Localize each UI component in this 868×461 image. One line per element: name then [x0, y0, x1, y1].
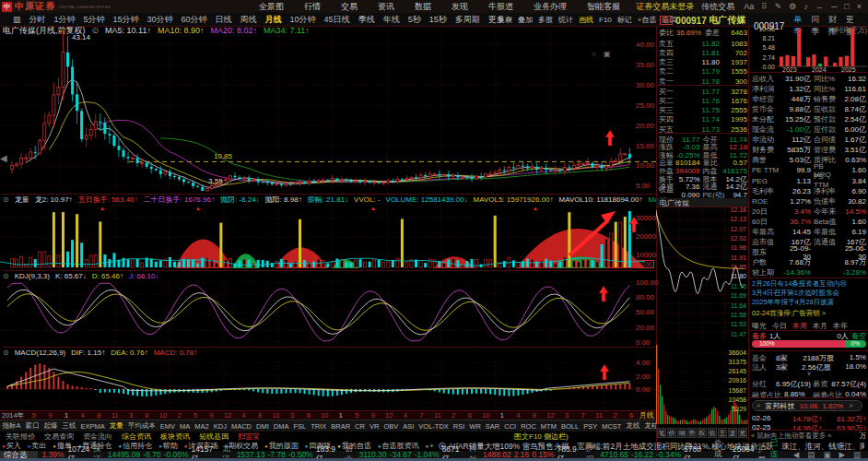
titlebar-icon[interactable]: ⚙ [789, 2, 796, 11]
period-tab-15分钟[interactable]: 15分钟 [113, 14, 139, 26]
indicator-PSY[interactable]: PSY [583, 422, 597, 431]
tool-标记[interactable]: 标记 [617, 15, 632, 25]
tool-复权[interactable]: 复权 [498, 15, 512, 25]
period-tab-5分钟[interactable]: 5分钟 [84, 14, 105, 26]
news-line[interactable]: 2月26日有14条投资者互动内容 [752, 279, 866, 289]
indicator-指标A[interactable]: 指标A [3, 421, 21, 431]
period-tab-10分钟[interactable]: 10分钟 [290, 14, 316, 26]
ask-row[interactable]: 卖四11.81702 [659, 48, 747, 57]
login-status[interactable]: 证券交易未登录 [636, 1, 694, 13]
period-tab-5秒[interactable]: 5秒 [408, 14, 421, 26]
titlebar-icon[interactable]: ← [815, 2, 824, 11]
ask-row[interactable]: 卖一11.78300 [659, 77, 747, 86]
indicator-VR[interactable]: VR [369, 422, 379, 431]
menu-item-行情[interactable]: 行情 [304, 1, 321, 13]
stock-search[interactable]: ⌕富邦科技10.061.62%⌕ [752, 400, 862, 411]
indicator-龙柱[interactable]: 龙柱 [644, 421, 656, 431]
indicator-窗口[interactable]: 窗口 [26, 421, 40, 431]
menu-item-全景图[interactable]: 全景图 [259, 1, 284, 13]
menu-item-资讯[interactable]: 资讯 [378, 1, 394, 13]
titlebar-icon[interactable]: ✎ [775, 2, 782, 11]
tool-+自选[interactable]: +自选 [638, 15, 657, 25]
menu-item-智能客服[interactable]: 智能客服 [587, 1, 620, 13]
scroll-left-arrow[interactable]: ◀ [0, 153, 7, 163]
indicator-MTM[interactable]: MTM [541, 422, 557, 431]
quick-交易查询[interactable]: 交易查询 [44, 431, 74, 442]
period-tab-周线[interactable]: 周线 [240, 14, 257, 26]
indicator-CR[interactable]: CR [355, 422, 365, 431]
bid-row[interactable]: 买四11.741995 [659, 115, 747, 124]
status-tab[interactable]: 综合选股⧉ ✕ [0, 451, 38, 458]
indicator-龙量[interactable]: 龙量 [110, 421, 123, 431]
menu-item-牛股道[interactable]: 牛股道 [488, 1, 513, 13]
titlebar-icon[interactable]: ♪ [803, 2, 808, 11]
indicator-三线[interactable]: 三线 [63, 421, 76, 431]
indicator-DMA[interactable]: DMA [274, 422, 289, 431]
indicator-VOL-TDX[interactable]: VOL-TDX [418, 422, 449, 431]
quick-扫雷宝[interactable]: 扫雷宝 [238, 431, 260, 442]
titlebar-icon[interactable]: × [857, 2, 862, 11]
quick-短线基因[interactable]: 短线基因 [199, 431, 229, 442]
trade-mode-button[interactable]: 传统交易 [701, 1, 734, 13]
ask-row[interactable]: 卖二11.791555 [659, 67, 747, 77]
indicator-FSL[interactable]: FSL [293, 422, 306, 431]
indicator-BRAR[interactable]: BRAR [331, 422, 350, 431]
bid-row[interactable]: 买三11.752555 [659, 106, 747, 115]
marker-icon[interactable]: ⊙ [3, 272, 9, 280]
quick-资金流向[interactable]: 资金流向 [83, 431, 112, 442]
marker-icon[interactable]: ⊙ [3, 195, 9, 204]
indicator-TRIX[interactable]: TRIX [311, 422, 326, 431]
period-tab-年线[interactable]: 年线 [383, 14, 400, 26]
quick-综合资讯[interactable]: 综合资讯 [122, 431, 151, 442]
marker-icon[interactable]: ⊙ [3, 349, 9, 357]
indicator-MACD[interactable]: MACD [231, 422, 252, 431]
indicator-ROC[interactable]: ROC [521, 422, 536, 431]
tool-叠加[interactable]: 叠加 [518, 15, 533, 25]
indicator-RSI[interactable]: RSI [453, 422, 465, 431]
indicator-MCST[interactable]: MCST [602, 422, 621, 431]
titlebar-icon[interactable]: □ [844, 2, 849, 11]
chart-mini-controls[interactable]: ○ ▣ [592, 50, 614, 58]
titlebar-icon[interactable]: ─ [831, 2, 837, 11]
tool-多股[interactable]: 多股 [538, 15, 553, 25]
indicator-WR[interactable]: WR [469, 422, 481, 431]
period-tab-30分钟[interactable]: 30分钟 [147, 14, 173, 26]
indicator-EMV[interactable]: EMV [160, 422, 175, 431]
quick-关联报价[interactable]: 关联报价 [6, 431, 35, 442]
period-tab-60分钟[interactable]: 60分钟 [182, 14, 207, 26]
indicator-起爆[interactable]: 起爆 [44, 421, 58, 431]
titlebar-icon[interactable]: Aa [744, 2, 754, 11]
indicator-SAR[interactable]: SAR [486, 422, 499, 431]
titlebar-icon[interactable]: ⠿ [761, 2, 768, 11]
indicator-KDJ[interactable]: KDJ [214, 422, 227, 431]
indicator-龙线[interactable]: 龙线 [626, 421, 639, 431]
bid-row[interactable]: 买二11.761676 [659, 96, 747, 105]
indicator-BOLL[interactable]: BOLL [561, 422, 579, 431]
quick-板块资讯[interactable]: 板块资讯 [160, 431, 190, 442]
stock-badge[interactable]: R融 000917 电广传媒 [660, 14, 745, 27]
indicator-OBV[interactable]: OBV [383, 422, 398, 431]
ask-row[interactable]: 卖五11.821083 [659, 39, 747, 48]
menu-item-发现[interactable]: 发现 [452, 1, 468, 13]
indicator-ASI[interactable]: ASI [403, 422, 414, 431]
tool-统计[interactable]: 统计 [558, 15, 573, 25]
indicator-MA2[interactable]: MA2 [194, 422, 208, 431]
news-line[interactable]: 3月4日召开第1次临时股东会 [752, 289, 866, 298]
period-tab-45日线[interactable]: 45日线 [324, 14, 350, 26]
period-tab-多周期[interactable]: 多周期 [455, 14, 480, 26]
f10-sidebar-toggle[interactable]: 图文F10 侧边栏) [514, 431, 569, 442]
period-tab-季线[interactable]: 季线 [358, 14, 375, 26]
indicator-DMI[interactable]: DMI [256, 422, 269, 431]
volume-chart[interactable]: ▲▲▲▲ [0, 204, 656, 269]
news-line[interactable]: 2025年年报于4月28日披露 [752, 298, 866, 307]
ask-row[interactable]: 卖三11.801937 [659, 58, 747, 67]
period-tab-月线[interactable]: 月线 [265, 14, 282, 26]
menu-item-交易[interactable]: 交易 [341, 1, 358, 13]
menu-item-数据[interactable]: 数据 [415, 1, 431, 13]
kdj-chart[interactable] [0, 280, 656, 345]
bid-row[interactable]: 买五11.732536 [659, 124, 747, 134]
collapse-chevron[interactable]: ∨ [749, 370, 868, 377]
layout-icon[interactable]: ▥ [13, 15, 21, 24]
menu-item-业务办理[interactable]: 业务办理 [534, 1, 567, 13]
bid-row[interactable]: 买一11.773278 [659, 87, 747, 96]
